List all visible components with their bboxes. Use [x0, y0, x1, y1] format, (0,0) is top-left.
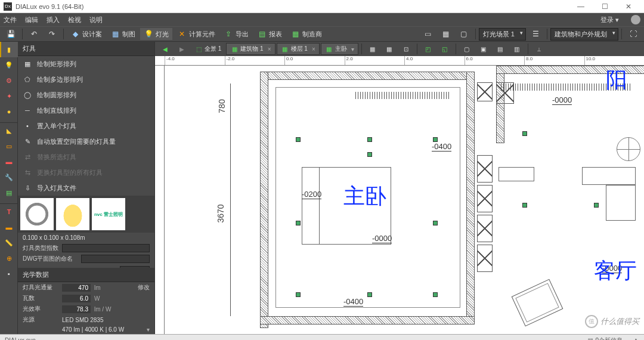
box2-icon: ▣: [479, 45, 488, 53]
lib-filter[interactable]: ⚙: [0, 73, 18, 88]
thumb-fixture[interactable]: [20, 198, 54, 230]
tab-design[interactable]: ◆设计案: [67, 28, 106, 40]
luminaire-marker[interactable]: [296, 292, 301, 297]
undo-button[interactable]: ↶: [26, 28, 42, 40]
fullscreen-button[interactable]: ⛶: [625, 28, 642, 40]
lib-scene[interactable]: ✦: [0, 88, 18, 104]
view-tool-5[interactable]: ◱: [437, 44, 453, 54]
flux-edit-link[interactable]: 修改: [138, 283, 150, 292]
login-link[interactable]: 登录 ▾: [597, 14, 623, 26]
scene-list-button[interactable]: ☰: [527, 28, 544, 40]
menubar: 文件 编辑 插入 检视 说明 登录 ▾: [0, 13, 644, 26]
tab-drawing[interactable]: ▦制图: [107, 28, 139, 40]
menu-file[interactable]: 文件: [4, 16, 17, 24]
tool-color[interactable]: ▬: [0, 154, 18, 169]
view-tool-6[interactable]: ▢: [459, 44, 475, 54]
lib-object[interactable]: ●: [0, 104, 18, 119]
watt-value[interactable]: 6.0: [62, 295, 91, 302]
luminaire-marker[interactable]: [522, 203, 527, 208]
view-tool-2[interactable]: ▦: [382, 44, 397, 54]
nav-fwd[interactable]: ▶: [174, 44, 190, 54]
view-dropdown[interactable]: 建筑物和户外规划: [550, 28, 618, 41]
tab-room-main[interactable]: ▦主卧▾: [321, 43, 358, 55]
tool-pointer[interactable]: ◣: [0, 123, 18, 138]
nav-back[interactable]: ◀: [157, 44, 173, 54]
tab-building[interactable]: ▦建筑物 1×: [226, 43, 275, 55]
lib-luminaire[interactable]: ▮: [0, 42, 18, 57]
tab-dropdown-icon[interactable]: ▾: [351, 46, 354, 52]
tool-more[interactable]: ▪: [0, 266, 18, 282]
view-tool-10[interactable]: ⟂: [531, 44, 547, 54]
close-button[interactable]: ✕: [617, 1, 640, 13]
luminaire-marker[interactable]: [433, 137, 438, 142]
status-msgs[interactable]: 0个新信息: [595, 336, 623, 341]
tab-export[interactable]: ⇪导出: [220, 28, 252, 40]
luminaire-marker[interactable]: [433, 221, 438, 225]
luminaire-marker[interactable]: [367, 292, 372, 297]
menu-view[interactable]: 检视: [68, 16, 81, 24]
tool-text[interactable]: T: [0, 204, 18, 220]
view-tool-4[interactable]: ◰: [420, 44, 436, 54]
tool-energy[interactable]: ▤: [0, 185, 18, 200]
chevron-down-icon[interactable]: ▾: [147, 326, 150, 333]
dwg-name-input[interactable]: [81, 255, 150, 263]
luminaire-marker[interactable]: [522, 131, 527, 136]
user-avatar-icon[interactable]: [631, 15, 640, 24]
luminaire-marker[interactable]: [433, 292, 438, 297]
sp-item-3[interactable]: ─绘制直线排列: [18, 103, 154, 118]
floorplan-canvas[interactable]: 780 3670 -0400 -0200 -0000 -0400 -0000 -…: [165, 66, 644, 334]
view-tool-3[interactable]: ⊡: [398, 44, 414, 54]
room-label-balcony: 阳: [606, 66, 627, 95]
sp-item-2[interactable]: ◯绘制圆形排列: [18, 87, 154, 103]
luminaire-marker[interactable]: [367, 137, 372, 142]
sp-item-5[interactable]: ✎自动放置空间需要的灯具量: [18, 134, 154, 149]
fullscreen-tab[interactable]: ⬚全景 1: [191, 44, 225, 54]
sp-item-4[interactable]: •置入单个灯具: [18, 118, 154, 134]
tool-room[interactable]: ▭: [0, 138, 18, 154]
luminaire-marker[interactable]: [296, 137, 301, 142]
menu-edit[interactable]: 编辑: [25, 16, 38, 24]
tool-layer[interactable]: ▬: [0, 220, 18, 235]
marker: -0400: [432, 142, 451, 152]
tab-report[interactable]: ▤报表: [253, 28, 286, 40]
minimize-button[interactable]: —: [569, 1, 593, 13]
sp-item-label: 绘制矩形排列: [37, 60, 76, 69]
tool-a[interactable]: ▭: [420, 28, 436, 40]
menu-insert[interactable]: 插入: [47, 16, 60, 24]
tab-floor[interactable]: ▦楼层 1×: [277, 43, 320, 55]
close-tab-icon[interactable]: ×: [312, 46, 315, 52]
save-button[interactable]: 💾: [2, 28, 19, 40]
type-index-input[interactable]: [62, 244, 150, 252]
view-tool-7[interactable]: ▣: [476, 44, 491, 54]
status-msgs-icon[interactable]: ✉: [588, 337, 593, 340]
tool-measure[interactable]: 📏: [0, 235, 18, 251]
tool-b[interactable]: ▦: [438, 28, 454, 40]
room-label-living: 客厅: [594, 256, 637, 286]
tool-wrench[interactable]: 🔧: [0, 169, 18, 185]
thumb-brand[interactable]: nvc 雷士照明: [92, 198, 125, 230]
tab-calc[interactable]: ✕计算元件: [174, 28, 219, 40]
luminaire-marker[interactable]: [296, 221, 301, 225]
tool-c[interactable]: ▢: [456, 28, 472, 40]
luminaire-marker[interactable]: [594, 203, 599, 208]
thumb-ldc[interactable]: [56, 198, 89, 230]
sp-item-1[interactable]: ⬠绘制多边形排列: [18, 72, 154, 87]
view-tool-8[interactable]: ▤: [493, 44, 508, 54]
luminaire-marker[interactable]: [367, 152, 372, 157]
sp-item-0[interactable]: ▦绘制矩形排列: [18, 56, 154, 72]
lib-lamp[interactable]: 💡: [0, 57, 18, 73]
sp-item-8[interactable]: ⇩导入灯具文件: [18, 180, 154, 196]
status-expand-icon[interactable]: ⤡: [634, 337, 639, 340]
menu-help[interactable]: 说明: [89, 16, 103, 24]
flux-value[interactable]: 470: [62, 284, 91, 292]
fullscreen-icon: ⛶: [628, 29, 638, 39]
redo-button[interactable]: ↷: [44, 28, 60, 40]
maximize-button[interactable]: ☐: [593, 1, 617, 13]
tool-origin[interactable]: ⊕: [0, 251, 18, 266]
scene-dropdown[interactable]: 灯光场景 1: [479, 28, 526, 41]
tab-light[interactable]: 💡灯光: [140, 28, 172, 40]
close-tab-icon[interactable]: ×: [268, 46, 271, 52]
view-tool-1[interactable]: ▦: [365, 44, 380, 54]
tab-manufacturer[interactable]: ▦制造商: [287, 28, 326, 40]
view-tool-9[interactable]: ▥: [509, 44, 525, 54]
